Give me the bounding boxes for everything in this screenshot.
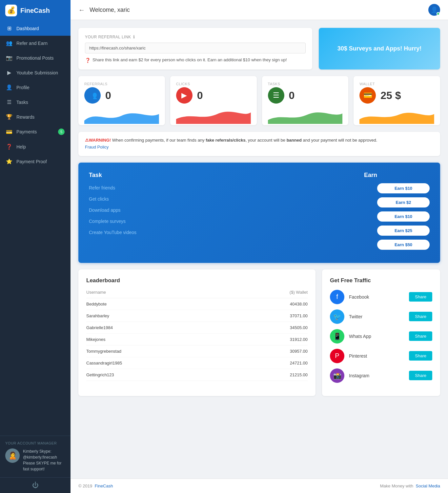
footer-right: Make Money with Social Media bbox=[380, 483, 440, 488]
sidebar-item-tasks[interactable]: ☰ Tasks bbox=[0, 95, 71, 109]
referral-info: ❓ Share this link and earn $2 for every … bbox=[85, 57, 306, 63]
sidebar-item-label: Profile bbox=[16, 85, 30, 90]
social-name: Facebook bbox=[349, 294, 404, 300]
task-column: Task Refer friends Get clicks Download a… bbox=[89, 172, 364, 254]
help-icon: ❓ bbox=[6, 144, 12, 150]
user-avatar[interactable]: 👤 bbox=[428, 4, 440, 16]
share-button-facebook[interactable]: Share bbox=[409, 292, 432, 302]
stat-tasks-content: ☰ 0 bbox=[268, 87, 343, 104]
footer-copyright: © 2019 FineCash bbox=[78, 483, 113, 488]
sidebar-item-youtube[interactable]: ▶ Youtube Submission bbox=[0, 65, 71, 80]
main-content: ← Welcome, xaric 👤 YOUR REFERRAL LINK ℹ … bbox=[71, 0, 448, 493]
app-logo[interactable]: 💰 FineCash bbox=[0, 0, 71, 21]
sidebar-item-rewards[interactable]: 🏆 Rewards bbox=[0, 109, 71, 124]
lb-wallet: 37071.00 bbox=[233, 310, 308, 322]
payment-proof-icon: ⭐ bbox=[6, 158, 12, 165]
stat-clicks-content: ▶ 0 bbox=[176, 87, 251, 104]
clicks-wave bbox=[176, 108, 251, 124]
table-row: Mikejones31912.00 bbox=[86, 333, 308, 345]
share-button-pinterest[interactable]: Share bbox=[409, 351, 432, 361]
youtube-icon: ▶ bbox=[6, 69, 12, 76]
table-row: Cassandragirl198524721.00 bbox=[86, 357, 308, 369]
footer-social-link[interactable]: Social Media bbox=[416, 483, 440, 488]
stat-referrals: REFERRALS 👥 0 bbox=[78, 76, 165, 125]
footer-brand[interactable]: FineCash bbox=[95, 483, 113, 488]
earn-column: Earn Earn $10 Earn $2 Earn $10 Earn $25 … bbox=[364, 172, 430, 254]
sidebar-item-label: Dashboard bbox=[16, 26, 39, 31]
bottom-row: Leaderboard Username ($) Wallet Beddybot… bbox=[78, 269, 440, 396]
power-button[interactable]: ⏻ bbox=[32, 482, 39, 489]
stat-clicks-label: CLICKS bbox=[176, 82, 251, 86]
lb-wallet: 40438.00 bbox=[233, 298, 308, 310]
content-area: YOUR REFERRAL LINK ℹ ❓ Share this link a… bbox=[71, 20, 448, 479]
sidebar: 💰 FineCash ⊞ Dashboard 👥 Refer and Earn … bbox=[0, 0, 71, 493]
lb-wallet: 24721.00 bbox=[233, 357, 308, 369]
task-refer[interactable]: Refer friends bbox=[89, 185, 364, 190]
leaderboard-table: Username ($) Wallet Beddybote40438.00Sar… bbox=[86, 290, 308, 381]
social-name: Instagram bbox=[349, 373, 404, 378]
sidebar-item-dashboard[interactable]: ⊞ Dashboard bbox=[0, 21, 71, 36]
table-row: Sarahbarley37071.00 bbox=[86, 310, 308, 322]
sidebar-item-label: Youtube Submission bbox=[16, 70, 58, 75]
stat-referrals-value: 0 bbox=[105, 89, 111, 102]
stat-wallet-content: 💳 25 $ bbox=[359, 87, 434, 104]
col-username: Username bbox=[86, 290, 233, 298]
earn-btn-0[interactable]: Earn $10 bbox=[377, 183, 430, 193]
back-button[interactable]: ← bbox=[78, 6, 85, 14]
free-traffic-title: Get Free Traffic bbox=[330, 277, 432, 284]
stat-referrals-content: 👥 0 bbox=[84, 87, 159, 104]
stat-tasks-label: TASKS bbox=[268, 82, 343, 86]
task-clicks[interactable]: Get clicks bbox=[89, 196, 364, 202]
logo-icon: 💰 bbox=[5, 5, 17, 16]
task-youtube[interactable]: Create YouTube videos bbox=[89, 230, 364, 235]
sidebar-item-label: Rewards bbox=[16, 114, 34, 120]
social-icon-facebook: f bbox=[330, 290, 344, 304]
share-button-whats app[interactable]: Share bbox=[409, 331, 432, 341]
traffic-item: 📱 Whats App Share bbox=[330, 329, 432, 344]
earn-btn-1[interactable]: Earn $2 bbox=[377, 197, 430, 207]
traffic-items: f Facebook Share 🐦 Twitter Share 📱 Whats… bbox=[330, 290, 432, 383]
sidebar-item-payments[interactable]: 💳 Payments 5 bbox=[0, 124, 71, 139]
tasks-wave bbox=[268, 108, 343, 124]
sidebar-item-label: Tasks bbox=[16, 100, 28, 105]
clicks-icon: ▶ bbox=[176, 87, 193, 104]
traffic-item: 📸 Instagram Share bbox=[330, 368, 432, 383]
sidebar-item-label: Refer and Earn bbox=[16, 41, 48, 46]
payments-icon: 💳 bbox=[6, 129, 12, 135]
earn-btn-3[interactable]: Earn $25 bbox=[377, 226, 430, 236]
tasks-icon: ☰ bbox=[6, 99, 12, 105]
table-row: Tommygrebenstad30957.00 bbox=[86, 345, 308, 357]
lb-username: Cassandragirl1985 bbox=[86, 357, 233, 369]
leaderboard-card: Leaderboard Username ($) Wallet Beddybot… bbox=[78, 269, 316, 396]
task-surveys[interactable]: Complete surveys bbox=[89, 219, 364, 224]
share-button-twitter[interactable]: Share bbox=[409, 312, 432, 321]
sidebar-item-promo[interactable]: 📷 Promotional Posts bbox=[0, 50, 71, 65]
leaderboard-title: Leaderboard bbox=[86, 277, 308, 284]
social-name: Pinterest bbox=[349, 353, 404, 359]
task-earn-card: Task Refer friends Get clicks Download a… bbox=[78, 163, 440, 263]
task-download[interactable]: Download apps bbox=[89, 207, 364, 213]
task-column-title: Task bbox=[89, 172, 364, 179]
sidebar-item-profile[interactable]: 👤 Profile bbox=[0, 80, 71, 95]
earn-btn-4[interactable]: Earn $50 bbox=[377, 240, 430, 250]
earn-btn-2[interactable]: Earn $10 bbox=[377, 211, 430, 222]
account-manager-info: 🙎 Kimberly Skype: @kimberly.finecash Ple… bbox=[5, 448, 65, 472]
fraud-policy-link[interactable]: Fraud Policy bbox=[85, 145, 109, 149]
lb-wallet: 31912.00 bbox=[233, 333, 308, 345]
referrals-wave bbox=[84, 108, 159, 124]
social-icon-twitter: 🐦 bbox=[330, 309, 344, 324]
share-button-instagram[interactable]: Share bbox=[409, 371, 432, 380]
sidebar-nav: ⊞ Dashboard 👥 Refer and Earn 📷 Promotion… bbox=[0, 21, 71, 169]
sidebar-item-payment-proof[interactable]: ⭐ Payment Proof bbox=[0, 154, 71, 169]
referral-title: YOUR REFERRAL LINK ℹ bbox=[85, 34, 306, 39]
promo-icon: 📷 bbox=[6, 55, 12, 61]
sidebar-item-help[interactable]: ❓ Help bbox=[0, 139, 71, 154]
sidebar-item-label: Payment Proof bbox=[16, 159, 47, 164]
sidebar-item-refer[interactable]: 👥 Refer and Earn bbox=[0, 36, 71, 50]
lb-username: Gabrielle1984 bbox=[86, 322, 233, 333]
referral-card: YOUR REFERRAL LINK ℹ ❓ Share this link a… bbox=[78, 28, 312, 69]
account-manager-text: Kimberly Skype: @kimberly.finecash Pleas… bbox=[23, 448, 65, 472]
referral-link-input[interactable] bbox=[85, 43, 306, 53]
social-icon-instagram: 📸 bbox=[330, 368, 344, 383]
question-icon: ❓ bbox=[85, 58, 91, 63]
